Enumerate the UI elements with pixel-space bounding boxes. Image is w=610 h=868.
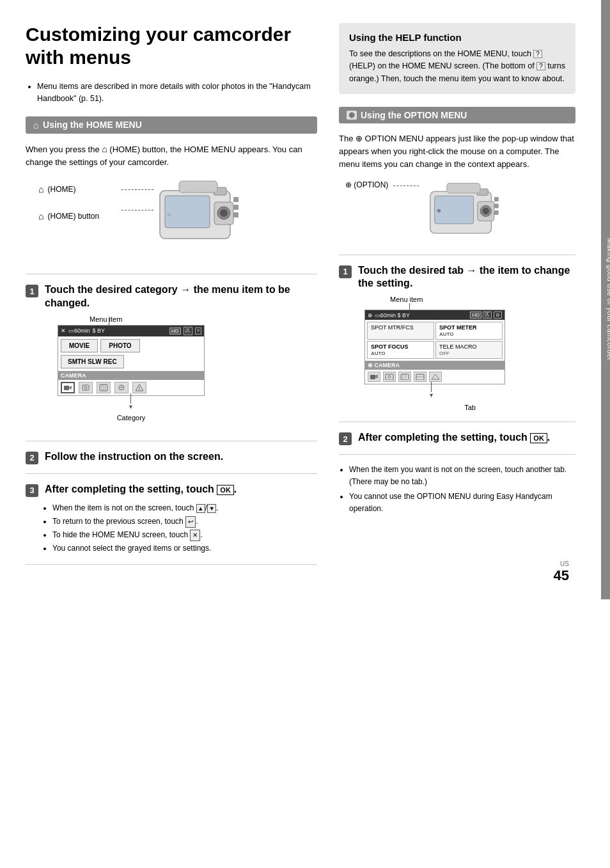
spot-meter[interactable]: SPOT METER AUTO (435, 322, 503, 340)
intro-bullet: Menu items are described in more details… (37, 81, 317, 105)
svg-rect-7 (233, 212, 239, 217)
option-step-2-block: 2 After completing the setting, touch OK… (339, 431, 575, 445)
step-1-num: 1 (26, 285, 38, 297)
option-divider-1 (339, 255, 575, 255)
option-footer-bullet-1: When the item you want is not on the scr… (349, 464, 575, 488)
svg-rect-30 (494, 203, 499, 208)
photo-button[interactable]: PHOTO (100, 339, 139, 352)
option-step-1-block: 1 Touch the desired tab → the item to ch… (339, 264, 575, 412)
option-footer-bullets: When the item you want is not on the scr… (339, 464, 575, 515)
ok-box-1: OK (217, 485, 234, 495)
down-arrow-btn[interactable]: ▼ (207, 504, 216, 513)
option-step-1-header: 1 Touch the desired tab → the item to ch… (339, 264, 575, 291)
svg-rect-42 (416, 374, 424, 380)
svg-rect-31 (494, 210, 499, 215)
help-box-text: To see the descriptions on the HOME MENU… (349, 48, 565, 85)
option-grid: SPOT MTR/FCS SPOT METER AUTO SPOT FOCUS … (365, 320, 504, 361)
category-label: Category (117, 414, 146, 422)
home-menu-screen: ✕ ▭60min $ BY HD 匹 ? (58, 325, 205, 396)
home-menu-header-text: Using the HOME MENU (43, 120, 142, 130)
return-btn[interactable]: ↩ (185, 516, 196, 528)
step-3-bullet-2: To return to the previous screen, touch … (52, 516, 317, 528)
option-menu-diagram: Menu item ⊕ ▭60min $ BY HD 匹 ⊝ (358, 296, 575, 411)
home-menu-header: ⌂ Using the HOME MENU (26, 116, 317, 134)
step-1-block: 1 Touch the desired category → the menu … (26, 283, 317, 422)
svg-marker-36 (375, 374, 378, 379)
us-label: US (560, 560, 569, 567)
menu-icon-4[interactable] (114, 382, 129, 393)
option-step-2-header: 2 After completing the setting, touch OK… (339, 431, 575, 445)
home-label-2: ⌂ (HOME) button (38, 211, 99, 221)
option-menu-header-text: Using the OPTION MENU (361, 110, 467, 120)
step-1-title: Touch the desired category → the menu it… (45, 283, 317, 310)
tele-macro[interactable]: TELE MACRO OFF (435, 341, 503, 359)
ok-box-2: OK (530, 433, 547, 443)
option-body: The ⊕ OPTION MENU appears just like the … (339, 132, 575, 171)
menu-icon-2[interactable] (79, 382, 93, 393)
svg-rect-6 (233, 205, 239, 210)
page-number: 45 (554, 567, 569, 584)
menu-diagram: Menu item ✕ ▭60min (26, 315, 317, 422)
svg-text:⊕: ⊕ (437, 208, 442, 214)
option-step-2-title: After completing the setting, touch OK. (358, 431, 550, 445)
option-step-1-title: Touch the desired tab → the item to chan… (358, 264, 575, 291)
x-btn[interactable]: ✕ (190, 530, 200, 541)
camera-category-bar: CAMERA (58, 371, 204, 380)
up-arrow-btn[interactable]: ▲ (196, 504, 205, 513)
help-box: Using the HELP function To see the descr… (339, 23, 575, 94)
spot-focus[interactable]: SPOT FOCUS AUTO (367, 341, 434, 359)
opt-icon-3[interactable] (398, 372, 411, 382)
home-menu-body: When you press the ⌂ (HOME) button, the … (26, 143, 317, 170)
spot-mtr-fcs[interactable]: SPOT MTR/FCS (367, 322, 434, 340)
svg-rect-1 (165, 196, 210, 228)
menu-icon-5[interactable] (132, 382, 146, 393)
home-icon: ⌂ (33, 120, 39, 130)
svg-point-38 (388, 375, 391, 378)
svg-rect-33 (447, 183, 480, 193)
smth-slw-rec-button[interactable]: SMTH SLW REC (61, 355, 124, 368)
divider-1 (26, 274, 317, 274)
step-2-block: 2 Follow the instruction on the screen. (26, 450, 317, 464)
option-menu-item-label: Menu item (390, 296, 575, 303)
step-1-header: 1 Touch the desired category → the menu … (26, 283, 317, 310)
svg-rect-5 (233, 197, 239, 202)
svg-marker-20 (120, 386, 123, 389)
sidebar-label: Making good use of your camcorder (601, 0, 610, 599)
option-footer-bullet-2: You cannot use the OPTION MENU during Ea… (349, 491, 575, 515)
page-footer: US 45 (554, 560, 569, 584)
home-icon-inline: ⌂ (102, 144, 107, 154)
option-topbar: ⊕ ▭60min $ BY HD 匹 ⊝ (365, 310, 504, 320)
option-camcorder-image: ⊕ (424, 180, 520, 244)
svg-rect-35 (370, 375, 375, 379)
camcorder-diagram: ⌂ (HOME) ⌂ (HOME) button (38, 178, 317, 261)
opt-icon-1[interactable] (368, 372, 380, 382)
opt-icon-2[interactable] (383, 372, 396, 382)
opt-icon-5[interactable] (429, 372, 442, 382)
menu-item-label: Menu item (90, 315, 122, 323)
svg-marker-12 (69, 386, 72, 390)
step-2-header: 2 Follow the instruction on the screen. (26, 450, 317, 464)
step-3-title: After completing the setting, touch OK. (45, 483, 237, 496)
movie-button[interactable]: MOVIE (61, 339, 98, 352)
svg-point-4 (220, 209, 228, 217)
right-column: Using the HELP function To see the descr… (332, 23, 575, 574)
svg-rect-29 (494, 197, 499, 201)
step-3-block: 3 After completing the setting, touch OK… (26, 483, 317, 555)
svg-point-28 (483, 207, 489, 214)
menu-icon-1[interactable] (61, 382, 75, 393)
option-divider-3 (339, 454, 575, 455)
menu-icon-3[interactable] (97, 382, 111, 393)
option-diagram: ⊕ (OPTION) ⊕ (345, 180, 575, 244)
option-icon-row (365, 370, 504, 384)
opt-icon-4[interactable] (414, 372, 426, 382)
option-menu-screen: ⊕ ▭60min $ BY HD 匹 ⊝ SPOT MTR/FCS (364, 310, 505, 384)
option-step-2-num: 2 (339, 432, 352, 445)
svg-rect-39 (401, 374, 409, 380)
intro-section: Menu items are described in more details… (26, 81, 317, 105)
step-3-bullet-3: To hide the HOME MENU screen, touch ✕. (52, 529, 317, 541)
option-menu-header: ⊕ Using the OPTION MENU (339, 107, 575, 123)
svg-marker-44 (432, 374, 439, 379)
camcorder-image: ⌂ (153, 178, 262, 251)
option-divider-2 (339, 422, 575, 422)
step-3-bullet-4: You cannot select the grayed items or se… (52, 542, 317, 555)
